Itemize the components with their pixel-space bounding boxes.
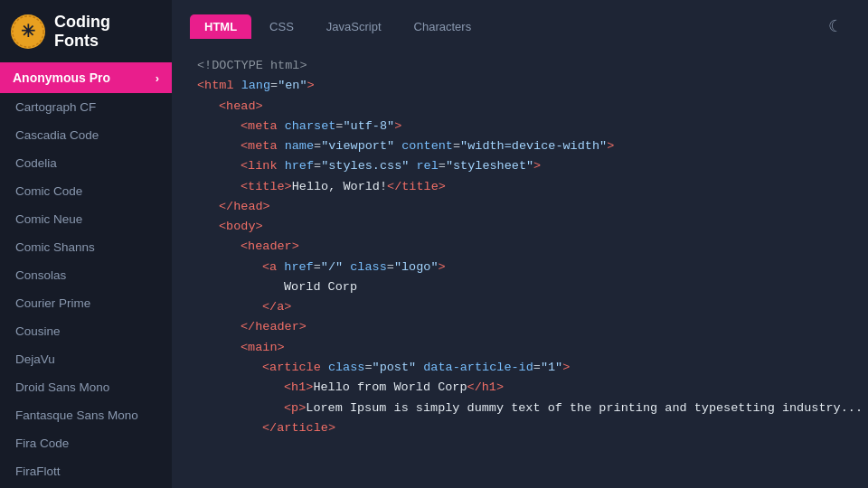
tab-javascript[interactable]: JavaScript [312, 14, 396, 39]
sidebar-item-codelia[interactable]: Codelia [0, 149, 172, 177]
sidebar-item-fantasque[interactable]: Fantasque Sans Mono [0, 401, 172, 429]
sidebar-item-cousine[interactable]: Cousine [0, 317, 172, 345]
tab-characters[interactable]: Characters [400, 14, 486, 39]
sidebar-item-droid[interactable]: Droid Sans Mono [0, 373, 172, 401]
sidebar-item-firaflott[interactable]: FiraFlott [0, 457, 172, 485]
logo-area: ✳ CodingFonts [0, 0, 172, 62]
active-item-label: Anonymous Pro [13, 70, 110, 85]
sidebar-item-firacode[interactable]: Fira Code [0, 429, 172, 457]
tab-css[interactable]: CSS [255, 14, 308, 39]
chevron-icon: › [156, 71, 159, 85]
logo-text: CodingFonts [54, 13, 110, 50]
sidebar-active-item[interactable]: Anonymous Pro › [0, 62, 172, 93]
sidebar-item-comicneue[interactable]: Comic Neue [0, 205, 172, 233]
tabs-left: HTML CSS JavaScript Characters [190, 14, 486, 39]
sidebar-item-consolas[interactable]: Consolas [0, 261, 172, 289]
tab-html[interactable]: HTML [190, 14, 251, 39]
code-editor[interactable]: <!DOCTYPE html> <html lang="en"> <head> … [172, 40, 868, 488]
sidebar-item-cartograph[interactable]: Cartograph CF [0, 93, 172, 121]
tabs-bar: HTML CSS JavaScript Characters ☾ [172, 0, 868, 40]
main-content: HTML CSS JavaScript Characters ☾ <!DOCTY… [172, 0, 868, 488]
svg-text:✳: ✳ [21, 21, 35, 40]
sidebar-item-comiccode[interactable]: Comic Code [0, 177, 172, 205]
moon-icon[interactable]: ☾ [821, 13, 850, 40]
sidebar-item-courierprime[interactable]: Courier Prime [0, 289, 172, 317]
logo-icon: ✳ [11, 14, 45, 49]
sidebar-item-dejavu[interactable]: DejaVu [0, 345, 172, 373]
sidebar-item-cascadia[interactable]: Cascadia Code [0, 121, 172, 149]
sidebar-item-comicshanns[interactable]: Comic Shanns [0, 233, 172, 261]
sidebar: ✳ CodingFonts Anonymous Pro › Cartograph… [0, 0, 172, 488]
